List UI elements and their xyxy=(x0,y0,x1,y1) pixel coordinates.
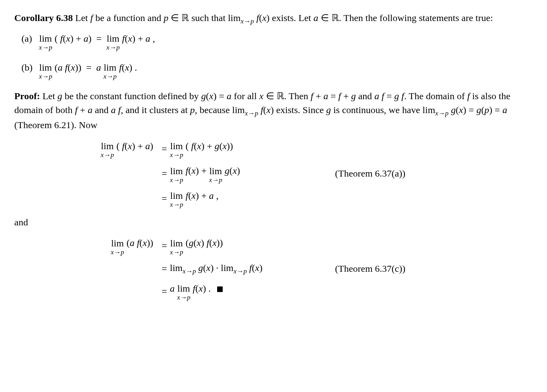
proof-paragraph: Proof: Let g be the constant function de… xyxy=(14,89,533,132)
corollary-intro: Let f be a function and p ∈ ℝ such that … xyxy=(75,13,493,23)
deriv2-row1: limx→p (a f(x)) = limx→p (g(x) f(x)) xyxy=(62,236,533,256)
deriv2-row3: = a limx→p f(x) . xyxy=(62,282,533,301)
qed-icon xyxy=(217,286,223,292)
item-b: (b) limx→p (a f(x)) = a limx→p f(x) . xyxy=(14,61,533,80)
derivation-1: limx→p ( f(x) + a) = limx→p ( f(x) + g(x… xyxy=(62,139,533,208)
deriv1-row2: = limx→p f(x) + limx→p g(x) (Theorem 6.3… xyxy=(62,164,533,183)
proof-text: Let g be the constant function defined b… xyxy=(14,91,510,130)
corollary-items: (a) limx→p ( f(x) + a) = limx→p f(x) + a… xyxy=(14,32,533,80)
item-a-statement: limx→p ( f(x) + a) = limx→p f(x) + a , xyxy=(39,32,155,51)
deriv2-note: (Theorem 6.37(c)) xyxy=(321,262,405,276)
deriv2-row2: = limx→p g(x) · limx→p f(x) (Theorem 6.3… xyxy=(62,261,533,276)
deriv1-note: (Theorem 6.37(a)) xyxy=(321,167,405,181)
proof-label: Proof: xyxy=(14,91,40,101)
and-connector: and xyxy=(14,215,533,229)
item-a-label: (a) xyxy=(21,32,39,51)
corollary-label: Corollary 6.38 xyxy=(14,13,73,23)
item-b-label: (b) xyxy=(21,61,39,80)
item-a: (a) limx→p ( f(x) + a) = limx→p f(x) + a… xyxy=(14,32,533,51)
corollary-statement: Corollary 6.38 Let f be a function and p… xyxy=(14,11,533,26)
deriv1-row3: = limx→p f(x) + a , xyxy=(62,189,533,208)
item-b-statement: limx→p (a f(x)) = a limx→p f(x) . xyxy=(39,61,137,80)
deriv1-row1: limx→p ( f(x) + a) = limx→p ( f(x) + g(x… xyxy=(62,139,533,159)
derivation-2: limx→p (a f(x)) = limx→p (g(x) f(x)) = l… xyxy=(62,236,533,301)
